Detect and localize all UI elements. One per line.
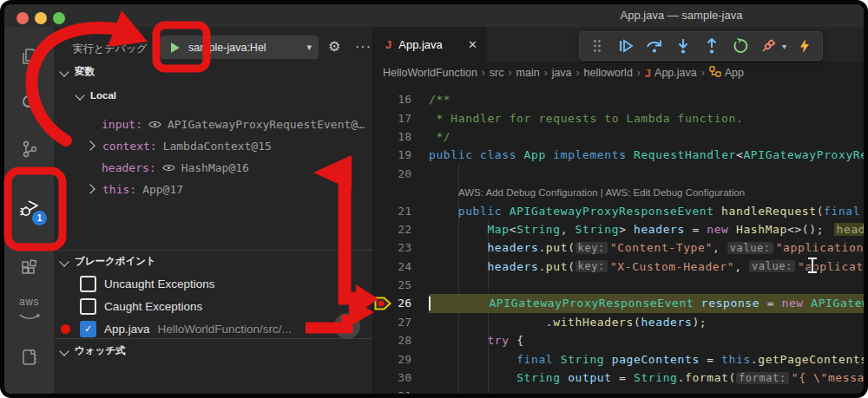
variable-row-input[interactable]: input:APIGatewayProxyRequestEvent@…	[87, 114, 365, 134]
variable-name: input:	[102, 118, 142, 131]
codelens-actions[interactable]: AWS: Add Debug Configuration | AWS: Edit…	[429, 187, 745, 198]
breakpoint-row[interactable]: ✓App.javaHelloWorldFunction/src/...	[80, 319, 292, 338]
eye-icon[interactable]	[162, 163, 175, 173]
restart-icon[interactable]	[730, 36, 751, 56]
breadcrumb-item-app[interactable]: App	[709, 66, 744, 80]
aws-invoke-icon[interactable]	[794, 36, 815, 56]
codelens-row: AWS: Add Debug Configuration | AWS: Edit…	[373, 183, 864, 201]
variable-name: context:	[102, 140, 157, 153]
breadcrumb-item-app-java[interactable]: JApp.java	[645, 67, 697, 80]
checkbox[interactable]	[80, 276, 96, 292]
eye-icon[interactable]	[148, 120, 161, 129]
search-icon[interactable]	[4, 82, 54, 123]
explorer-icon[interactable]	[4, 36, 54, 77]
variable-value: HashMap@16	[181, 161, 249, 174]
breakpoints-section-header[interactable]: ブレークポイント	[61, 255, 156, 268]
source-control-icon[interactable]	[4, 128, 54, 170]
checkbox[interactable]	[80, 298, 96, 315]
drag-handle-icon[interactable]	[587, 36, 608, 56]
checkbox[interactable]: ✓	[80, 321, 96, 337]
breadcrumb-item-src[interactable]: src	[490, 67, 504, 79]
launch-config-label: sample-java:Hel	[188, 42, 266, 54]
sidebar-title: 実行とデバッグ	[73, 42, 147, 56]
aws-label: aws	[18, 296, 41, 308]
gear-icon[interactable]: ⚙	[328, 38, 340, 55]
code-line-17: 17 * Handler for requests to Lambda func…	[373, 108, 864, 127]
line-number[interactable]: 17	[373, 112, 411, 125]
applications-icon[interactable]	[4, 336, 54, 378]
tab-label: App.java	[398, 38, 443, 51]
breadcrumb-label: main	[516, 67, 540, 79]
chevron-down-icon[interactable]: ▾	[782, 42, 786, 51]
watch-section-header[interactable]: ウォッチ式	[61, 344, 126, 357]
code-line-26: 26 APIGatewayProxyResponseEvent response…	[373, 294, 864, 312]
line-number[interactable]: 27	[373, 316, 411, 329]
variable-row-this[interactable]: this:App@17	[87, 179, 183, 199]
minimize-window-button[interactable]	[35, 12, 47, 24]
continue-icon[interactable]	[615, 36, 636, 56]
line-number[interactable]: 16	[373, 93, 411, 106]
code-line-21: 21 public APIGatewayProxyResponseEvent h…	[373, 201, 864, 219]
line-number[interactable]: 18	[373, 130, 411, 143]
launch-config-dropdown[interactable]: sample-java:Hel ▾	[161, 36, 319, 59]
line-number[interactable]: 23	[373, 241, 411, 254]
line-number[interactable]: 29	[373, 353, 411, 366]
step-into-icon[interactable]	[673, 36, 694, 56]
tab-bar: J App.java ✕	[373, 27, 864, 62]
variables-section-header[interactable]: 変数	[61, 65, 95, 78]
line-number[interactable]: 20	[373, 167, 411, 180]
disconnect-icon[interactable]	[759, 36, 779, 56]
step-over-icon[interactable]	[644, 36, 665, 56]
line-number[interactable]: 30	[373, 371, 411, 384]
line-number[interactable]: 19	[373, 148, 411, 161]
breakpoint-row[interactable]: Caught Exceptions	[80, 297, 202, 316]
line-number[interactable]: 25	[373, 278, 411, 291]
start-debugging-icon[interactable]	[171, 42, 180, 53]
breakpoints-section-label: ブレークポイント	[75, 255, 156, 268]
code-line-18: 18 */	[373, 127, 864, 146]
line-number[interactable]: 24	[373, 260, 411, 273]
breadcrumb-item-java[interactable]: java	[552, 67, 572, 79]
breadcrumb-label: App.java	[654, 67, 697, 79]
breadcrumb-label: App	[725, 67, 744, 79]
scope-local[interactable]: Local	[76, 90, 116, 101]
tab-app-java[interactable]: J App.java ✕	[373, 27, 486, 62]
run-and-debug-icon[interactable]: 1	[4, 187, 54, 229]
line-number[interactable]: 22	[373, 223, 411, 236]
zoom-window-button[interactable]	[53, 12, 65, 24]
debug-session-badge: 1	[32, 211, 47, 225]
code-line-28: 28 try {	[373, 331, 864, 349]
line-number[interactable]: 31	[373, 389, 411, 394]
breadcrumb-item-helloworldfunction[interactable]: HelloWorldFunction	[383, 67, 477, 79]
code-area[interactable]: 16/**17 * Handler for requests to Lambda…	[373, 84, 864, 394]
extensions-icon[interactable]	[4, 248, 54, 290]
chevron-right-icon	[85, 184, 95, 193]
more-actions-icon[interactable]: ···	[355, 38, 372, 55]
activity-bar: 1 aws	[4, 27, 54, 394]
variable-row-headers[interactable]: headers:HashMap@16	[87, 158, 249, 177]
aws-toolkit-icon[interactable]: aws	[4, 289, 54, 330]
line-number[interactable]: 28	[373, 334, 411, 347]
variable-name: headers:	[102, 161, 156, 174]
paused-breakpoint-icon[interactable]	[374, 297, 392, 313]
chevron-down-icon	[75, 90, 84, 100]
watch-section-label: ウォッチ式	[75, 344, 126, 357]
screenshot-root: App.java — sample-java	[0, 0, 868, 398]
step-out-icon[interactable]	[701, 36, 722, 56]
close-window-button[interactable]	[16, 12, 29, 24]
breadcrumb-item-main[interactable]: main	[516, 67, 540, 79]
line-number[interactable]: 21	[373, 205, 411, 218]
variable-row-context[interactable]: context:LambdaContext@15	[87, 136, 272, 155]
code-line-20: 20	[373, 165, 864, 183]
chevron-down-icon	[59, 257, 69, 266]
breadcrumb-item-helloworld[interactable]: helloworld	[584, 67, 633, 79]
code-line-22: 22 Map<String, String> headers = new Has…	[373, 220, 864, 238]
breakpoint-label: Uncaught Exceptions	[104, 277, 215, 290]
breakpoint-label: App.java	[104, 323, 150, 336]
code-line-29: 29 final String pageContents = this.getP…	[373, 349, 864, 368]
close-tab-icon[interactable]: ✕	[468, 38, 477, 51]
breakpoint-path: HelloWorldFunction/src/...	[158, 323, 292, 336]
chevron-right-icon: ›	[482, 67, 485, 79]
breakpoint-row[interactable]: Uncaught Exceptions	[80, 274, 215, 293]
editor-group: J App.java ✕	[373, 27, 864, 394]
